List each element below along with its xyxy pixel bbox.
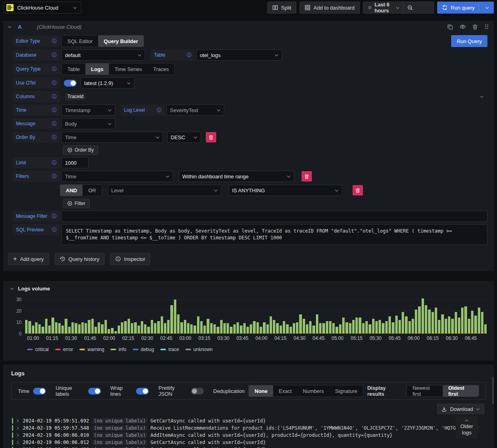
query-row-header[interactable]: A (ClickHouse Cloud) (3, 21, 494, 33)
bar[interactable] (207, 297, 209, 334)
chevron-down-icon[interactable] (485, 6, 489, 10)
limit-input[interactable] (61, 157, 89, 168)
use-otel-toggle[interactable] (64, 80, 77, 87)
info-icon[interactable]: ⓘ (52, 94, 57, 99)
collapse-query-icon[interactable] (8, 25, 12, 29)
info-icon[interactable]: ⓘ (52, 81, 57, 85)
bar[interactable] (385, 297, 388, 334)
bar[interactable] (474, 297, 477, 334)
bar[interactable] (220, 297, 223, 334)
option-oldest-first[interactable]: Oldest first (443, 385, 479, 397)
log-row[interactable]: 2024-02-19 06:00:08.486(no unique labels… (12, 446, 486, 448)
bar[interactable] (147, 297, 150, 334)
bar[interactable] (280, 297, 282, 334)
query-history-button[interactable]: Query history (55, 253, 105, 265)
legend-item-error[interactable]: error (55, 347, 73, 352)
bar[interactable] (111, 297, 113, 334)
bar[interactable] (432, 297, 434, 334)
option-signature[interactable]: Signature (329, 385, 363, 397)
bar[interactable] (342, 297, 345, 334)
log-row[interactable]: 2024-02-19 05:59:57.548(no unique labels… (12, 424, 486, 432)
older-logs-button[interactable]: Older logs (456, 416, 478, 439)
bar[interactable] (339, 297, 341, 334)
bar[interactable] (332, 297, 335, 334)
bar[interactable] (48, 297, 51, 334)
filter2-operator-select[interactable]: IS ANYTHING (229, 185, 342, 196)
info-icon[interactable]: ⓘ (52, 39, 57, 43)
option-none[interactable]: None (249, 385, 273, 397)
inspector-button[interactable]: Inspector (110, 253, 150, 265)
bar[interactable] (213, 297, 216, 334)
bar[interactable] (58, 297, 61, 334)
bar[interactable] (412, 297, 414, 334)
bar[interactable] (316, 297, 318, 334)
info-icon[interactable]: ⓘ (52, 160, 57, 165)
bar[interactable] (161, 297, 163, 334)
bar[interactable] (270, 297, 272, 334)
bar[interactable] (382, 297, 384, 334)
add-query-button[interactable]: + Add query (8, 253, 49, 265)
bar[interactable] (405, 297, 407, 334)
bar[interactable] (45, 297, 47, 334)
bar[interactable] (293, 297, 295, 334)
panel-run-query-button[interactable]: Run Query (451, 35, 487, 47)
bar[interactable] (121, 297, 123, 334)
log-level-column-select[interactable]: SeverityText (166, 105, 224, 116)
info-icon[interactable]: ⓘ (52, 135, 57, 140)
bar[interactable] (458, 297, 460, 334)
option-query-builder[interactable]: Query Builder (98, 36, 144, 47)
bar[interactable] (98, 297, 100, 334)
bar[interactable] (193, 297, 196, 334)
run-query-button[interactable]: Run query (437, 2, 494, 14)
bar[interactable] (227, 297, 229, 334)
bar[interactable] (256, 297, 259, 334)
bar[interactable] (157, 297, 160, 334)
bar[interactable] (134, 297, 136, 334)
add-filter-button[interactable]: Filter (63, 199, 90, 208)
legend-item-debug[interactable]: debug (133, 347, 154, 352)
option-numbers[interactable]: Numbers (297, 385, 329, 397)
bar[interactable] (71, 297, 74, 334)
option-time-series[interactable]: Time Series (109, 63, 148, 75)
bar[interactable] (260, 297, 262, 334)
bar[interactable] (101, 297, 103, 334)
time-range-button[interactable]: Last 6 hours (363, 2, 403, 13)
expand-log-row-icon[interactable] (16, 426, 20, 430)
option-traces[interactable]: Traces (148, 63, 174, 75)
log-row[interactable]: 2024-02-19 06:00:06.012(no unique labels… (12, 439, 486, 446)
bar[interactable] (329, 297, 331, 334)
bar[interactable] (223, 297, 226, 334)
bar[interactable] (484, 297, 487, 334)
bar[interactable] (379, 297, 381, 334)
bar[interactable] (365, 297, 368, 334)
bar[interactable] (151, 297, 153, 334)
bar[interactable] (118, 297, 120, 334)
bar[interactable] (141, 297, 143, 334)
bar[interactable] (81, 297, 84, 334)
legend-item-info[interactable]: info (110, 347, 126, 352)
datasource-picker[interactable]: ClickHouse Cloud (3, 2, 81, 14)
download-button[interactable]: Download (437, 404, 484, 414)
legend-item-unknown[interactable]: unknown (185, 347, 213, 352)
bar[interactable] (85, 297, 87, 334)
bar[interactable] (362, 297, 365, 334)
bar[interactable] (180, 297, 183, 334)
legend-item-warning[interactable]: warning (79, 347, 104, 352)
split-button[interactable]: Split (267, 2, 296, 14)
bar[interactable] (395, 297, 398, 334)
bar[interactable] (144, 297, 146, 334)
bar[interactable] (345, 297, 348, 334)
collapse-panel-icon[interactable] (10, 287, 14, 290)
legend-item-trace[interactable]: trace (160, 347, 179, 352)
bar[interactable] (88, 297, 90, 334)
logs-scrollbar[interactable] (492, 377, 494, 405)
option-table[interactable]: Table (62, 63, 85, 75)
bar[interactable] (309, 297, 312, 334)
bar[interactable] (398, 297, 401, 334)
bar[interactable] (312, 297, 315, 334)
expand-log-row-icon[interactable] (16, 441, 20, 444)
unique-labels-toggle[interactable] (88, 388, 101, 395)
info-icon[interactable]: ⓘ (52, 121, 57, 126)
info-icon[interactable]: ⓘ (52, 53, 57, 57)
bar[interactable] (445, 297, 447, 334)
